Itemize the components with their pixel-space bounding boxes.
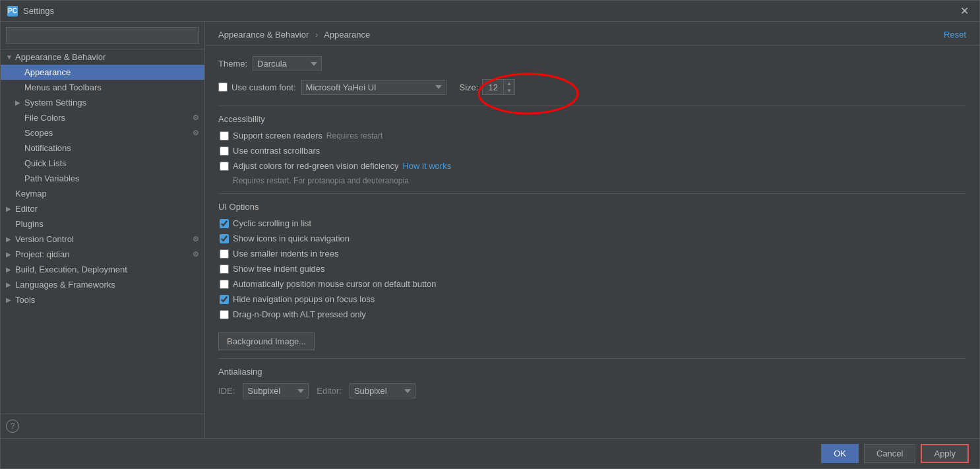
sidebar-item-project-qidian[interactable]: ▶ Project: qidian ⚙ xyxy=(1,247,204,262)
sidebar-item-build-execution-deployment[interactable]: ▶ Build, Execution, Deployment xyxy=(1,262,204,277)
sidebar-item-label: Languages & Frameworks xyxy=(15,280,115,290)
hide-nav-popups-label: Hide navigation popups on focus loss xyxy=(233,294,375,304)
window-title: Settings xyxy=(23,6,956,16)
ok-button[interactable]: OK xyxy=(821,444,859,463)
breadcrumb-parent: Appearance & Behavior xyxy=(218,30,309,40)
sidebar-item-file-colors[interactable]: File Colors ⚙ xyxy=(1,110,204,125)
settings-window: PC Settings ✕ ▼ Appearance & Behavior Ap… xyxy=(0,0,980,469)
size-up-arrow[interactable]: ▲ xyxy=(504,80,514,87)
smaller-indents-checkbox[interactable] xyxy=(220,249,229,259)
reset-link[interactable]: Reset xyxy=(944,30,966,40)
tree-indent-guides-label: Show tree indent guides xyxy=(233,264,324,274)
requires-restart-note: Requires restart xyxy=(326,131,383,141)
ui-options-title: UI Options xyxy=(218,202,966,212)
sidebar-item-label: Tools xyxy=(15,295,35,305)
antialiasing-row: IDE: Subpixel Editor: Subpixel xyxy=(218,383,966,398)
hide-nav-popups-checkbox[interactable] xyxy=(220,295,229,304)
section-divider-ui xyxy=(218,193,966,194)
sidebar-item-keymap[interactable]: Keymap xyxy=(1,186,204,201)
main-header: Appearance & Behavior › Appearance Reset xyxy=(205,22,979,46)
sidebar-item-tools[interactable]: ▶ Tools xyxy=(1,292,204,307)
content-area: ▼ Appearance & Behavior Appearance Menus… xyxy=(1,22,979,438)
app-icon: PC xyxy=(7,6,18,16)
sidebar-item-label: Build, Execution, Deployment xyxy=(15,265,127,274)
sidebar-item-label: Notifications xyxy=(24,143,71,153)
breadcrumb-current: Appearance xyxy=(324,30,370,40)
tree-indent-guides-checkbox[interactable] xyxy=(220,265,229,274)
settings-icon: ⚙ xyxy=(193,235,199,243)
breadcrumb: Appearance & Behavior › Appearance xyxy=(218,30,370,40)
sidebar-item-plugins[interactable]: Plugins xyxy=(1,216,204,232)
titlebar: PC Settings ✕ xyxy=(1,1,979,22)
sidebar-item-version-control[interactable]: ▶ Version Control ⚙ xyxy=(1,232,204,247)
arrow-icon: ▶ xyxy=(6,205,15,212)
ide-antialiasing-select[interactable]: Subpixel xyxy=(243,383,309,398)
arrow-icon: ▼ xyxy=(6,53,15,61)
contrast-scrollbars-row: Use contrast scrollbars xyxy=(218,146,966,156)
help-button[interactable]: ? xyxy=(6,420,19,433)
close-button[interactable]: ✕ xyxy=(956,3,973,18)
contrast-scrollbars-checkbox[interactable] xyxy=(220,146,229,156)
search-box xyxy=(1,22,204,49)
ide-label: IDE: xyxy=(218,386,235,396)
custom-font-checkbox-label[interactable]: Use custom font: xyxy=(218,82,296,92)
arrow-icon xyxy=(15,84,24,91)
auto-position-cursor-checkbox[interactable] xyxy=(220,280,229,289)
size-down-arrow[interactable]: ▼ xyxy=(504,87,514,94)
cancel-button[interactable]: Cancel xyxy=(864,444,915,463)
main-panel: Appearance & Behavior › Appearance Reset… xyxy=(205,22,979,438)
arrow-icon xyxy=(15,175,24,182)
sidebar-item-editor[interactable]: ▶ Editor xyxy=(1,201,204,216)
arrow-icon xyxy=(15,69,24,76)
sidebar-item-path-variables[interactable]: Path Variables xyxy=(1,171,204,186)
adjust-colors-checkbox[interactable] xyxy=(220,162,229,171)
how-it-works-link[interactable]: How it works xyxy=(402,161,451,171)
sidebar-item-label: Quick Lists xyxy=(24,158,67,168)
sidebar-item-appearance-behavior[interactable]: ▼ Appearance & Behavior xyxy=(1,49,204,65)
arrow-icon xyxy=(15,160,24,167)
sidebar-item-label: Version Control xyxy=(15,234,74,244)
section-divider-antialiasing xyxy=(218,358,966,359)
size-label: Size: xyxy=(460,82,479,92)
arrow-icon: ▶ xyxy=(6,266,15,273)
tree-indent-guides-row: Show tree indent guides xyxy=(218,264,966,274)
search-input[interactable] xyxy=(6,27,199,44)
editor-antialiasing-select[interactable]: Subpixel xyxy=(350,383,415,398)
show-icons-checkbox[interactable] xyxy=(220,234,229,243)
auto-position-cursor-row: Automatically position mouse cursor on d… xyxy=(218,279,966,289)
sidebar-item-system-settings[interactable]: ▶ System Settings xyxy=(1,95,204,110)
sidebar: ▼ Appearance & Behavior Appearance Menus… xyxy=(1,22,205,438)
background-image-button[interactable]: Background Image... xyxy=(218,332,315,350)
sidebar-bottom: ? xyxy=(1,414,204,438)
arrow-icon: ▶ xyxy=(6,296,15,303)
breadcrumb-separator: › xyxy=(315,30,318,40)
adjust-colors-label: Adjust colors for red-green vision defic… xyxy=(233,161,398,171)
theme-row: Theme: Darcula IntelliJ High contrast xyxy=(218,56,966,71)
sidebar-item-quick-lists[interactable]: Quick Lists xyxy=(1,156,204,171)
sidebar-item-label: Keymap xyxy=(15,189,47,199)
apply-button[interactable]: Apply xyxy=(921,444,969,463)
support-screen-readers-checkbox[interactable] xyxy=(220,131,229,141)
sidebar-item-scopes[interactable]: Scopes ⚙ xyxy=(1,125,204,141)
cyclic-scrolling-row: Cyclic scrolling in list xyxy=(218,218,966,228)
drag-drop-label: Drag-n-Drop with ALT pressed only xyxy=(233,309,366,319)
size-annotation-area: 12 ▲ ▼ xyxy=(482,79,514,95)
sidebar-item-notifications[interactable]: Notifications xyxy=(1,141,204,156)
arrow-icon xyxy=(6,220,15,228)
contrast-scrollbars-label: Use contrast scrollbars xyxy=(233,146,320,156)
drag-drop-checkbox[interactable] xyxy=(220,310,229,319)
custom-font-checkbox[interactable] xyxy=(218,82,228,92)
cyclic-scrolling-label: Cyclic scrolling in list xyxy=(233,218,311,228)
cyclic-scrolling-checkbox[interactable] xyxy=(220,219,229,228)
sidebar-item-languages-frameworks[interactable]: ▶ Languages & Frameworks xyxy=(1,277,204,292)
theme-select[interactable]: Darcula IntelliJ High contrast xyxy=(253,56,322,71)
search-wrapper xyxy=(6,27,199,44)
sidebar-item-appearance[interactable]: Appearance xyxy=(1,65,204,80)
drag-drop-row: Drag-n-Drop with ALT pressed only xyxy=(218,309,966,319)
adjust-colors-row: Adjust colors for red-green vision defic… xyxy=(218,161,966,171)
size-arrows: ▲ ▼ xyxy=(503,80,514,94)
sidebar-item-label: Scopes xyxy=(24,128,53,138)
font-select[interactable]: Microsoft YaHei UI xyxy=(301,80,446,95)
show-icons-row: Show icons in quick navigation xyxy=(218,234,966,243)
sidebar-item-menus-toolbars[interactable]: Menus and Toolbars xyxy=(1,80,204,95)
